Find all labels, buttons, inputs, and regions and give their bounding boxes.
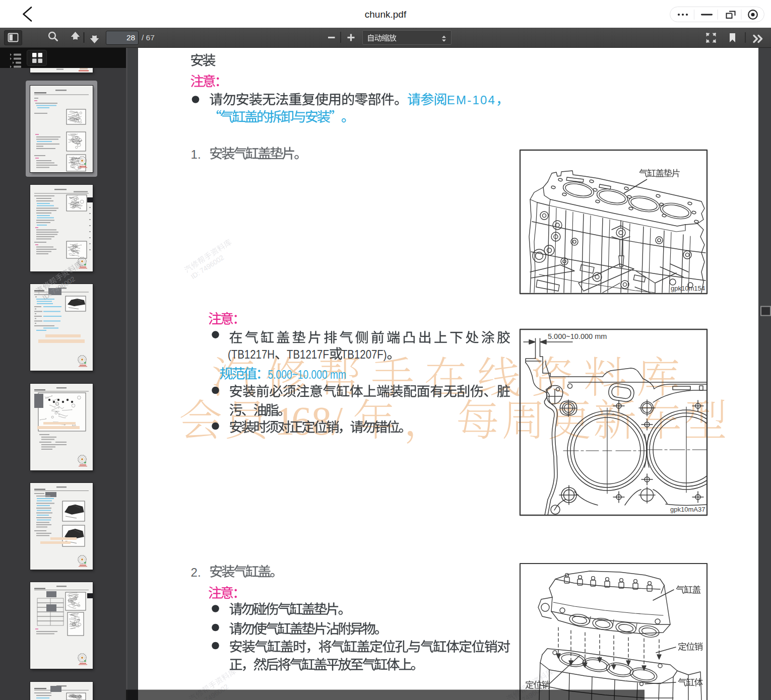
- svg-text:chunk.pdf: chunk.pdf: [365, 9, 407, 20]
- svg-text:4: 4: [488, 93, 495, 107]
- svg-text:gpk10mA37: gpk10mA37: [670, 506, 705, 513]
- svg-text:0: 0: [480, 93, 487, 107]
- svg-text:1.: 1.: [191, 148, 201, 161]
- svg-text:5.000~10.000 mm: 5.000~10.000 mm: [548, 332, 607, 340]
- svg-text:TB1207F): TB1207F): [341, 347, 387, 361]
- svg-text:(TB1217H: (TB1217H: [228, 347, 275, 361]
- svg-text:-: -: [467, 93, 471, 107]
- svg-text:/ 67: / 67: [142, 33, 155, 42]
- svg-text:2.: 2.: [191, 566, 201, 579]
- svg-text:5.000~10.000 mm: 5.000~10.000 mm: [268, 368, 346, 381]
- svg-text:E: E: [447, 93, 455, 107]
- svg-text:M: M: [456, 93, 466, 107]
- svg-text:/: /: [332, 399, 343, 443]
- svg-text:1: 1: [472, 93, 479, 107]
- svg-text:gpk10m154: gpk10m154: [671, 285, 705, 292]
- svg-text:28: 28: [126, 33, 135, 42]
- svg-text:TB1217F: TB1217F: [287, 347, 329, 361]
